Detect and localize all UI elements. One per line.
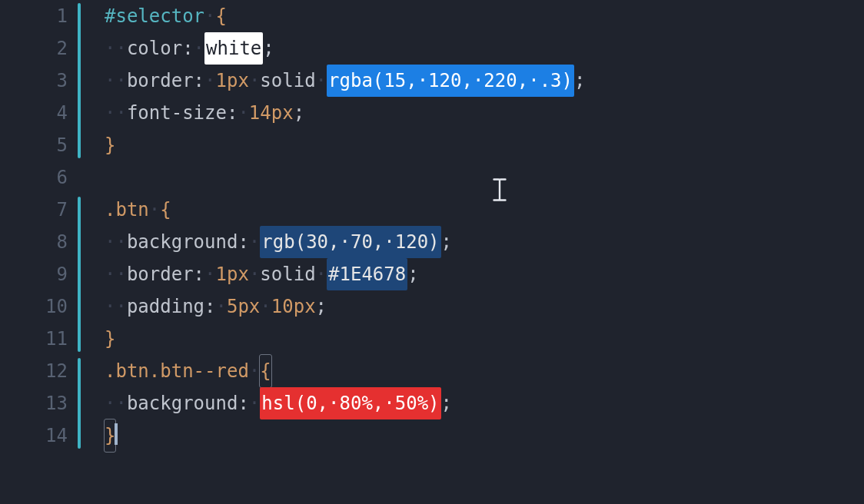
code-line[interactable]: ··border:·1px·solid·rgba(15,·120,·220,·.… xyxy=(83,65,864,97)
brace-open: { xyxy=(216,5,227,27)
whitespace-dot: · xyxy=(115,38,126,59)
number: 120 xyxy=(428,70,461,91)
code-line[interactable]: ··color:·white; xyxy=(83,32,864,65)
whitespace-dot: · xyxy=(105,264,115,285)
code-line[interactable]: .btn.btn--red·{ xyxy=(83,355,864,387)
whitespace-dot: · xyxy=(249,70,260,91)
code-line[interactable]: ··background:·rgb(30,·70,·120); xyxy=(83,226,864,258)
css-property: background xyxy=(127,393,238,414)
number: 120 xyxy=(395,231,428,253)
unit: px xyxy=(227,70,249,91)
css-class-selector: .btn xyxy=(105,360,149,382)
comma: , xyxy=(317,393,328,414)
color-swatch-white[interactable]: white xyxy=(204,32,263,65)
whitespace-dot: · xyxy=(115,102,126,124)
number: 80 xyxy=(339,393,361,414)
color-swatch-hex[interactable]: #1E4678 xyxy=(327,258,407,290)
colon: : xyxy=(194,264,204,285)
code-line[interactable]: .btn·{ xyxy=(83,194,864,226)
whitespace-dot: · xyxy=(194,38,204,59)
number: 220 xyxy=(484,70,517,91)
whitespace-dot: · xyxy=(115,393,126,414)
fold-region-marker[interactable] xyxy=(78,197,81,352)
hex-value: 1E4678 xyxy=(339,264,406,285)
whitespace-dot: · xyxy=(249,264,260,285)
number: 15 xyxy=(384,70,406,91)
colon: : xyxy=(238,231,248,253)
whitespace-dot: · xyxy=(384,393,394,414)
css-property: font-size xyxy=(127,102,227,124)
code-editor[interactable]: 1 2 3 4 5 6 7 8 9 10 11 12 13 14 #select… xyxy=(0,0,864,504)
number: 10 xyxy=(271,296,294,317)
colon: : xyxy=(238,393,248,414)
css-property: border xyxy=(127,70,194,91)
function-name: hsl xyxy=(261,393,294,414)
number: 5 xyxy=(227,296,238,317)
code-line[interactable]: ··font-size:·14px; xyxy=(83,97,864,129)
line-number: 11 xyxy=(0,323,77,355)
css-property: border xyxy=(127,264,194,285)
comma: , xyxy=(406,70,417,91)
line-number: 14 xyxy=(0,419,77,452)
line-number: 9 xyxy=(0,258,77,290)
unit: px xyxy=(271,102,294,124)
fold-region-marker[interactable] xyxy=(78,3,81,158)
whitespace-dot: · xyxy=(216,296,227,317)
brace-open: { xyxy=(160,199,171,220)
number: 70 xyxy=(351,231,373,253)
code-line[interactable]: } xyxy=(83,323,864,355)
colon: : xyxy=(182,38,193,59)
function-name: rgba xyxy=(328,70,373,91)
whitespace-dot: · xyxy=(115,296,126,317)
brace-close-matched: } xyxy=(105,419,115,452)
whitespace-dot: · xyxy=(238,102,248,124)
paren-close: ) xyxy=(428,393,439,414)
line-number: 12 xyxy=(0,355,77,387)
number: .3 xyxy=(540,70,562,91)
css-id-selector: #selector xyxy=(105,5,204,27)
whitespace-dot: · xyxy=(473,70,484,91)
text-cursor xyxy=(115,423,118,445)
line-number: 6 xyxy=(0,161,77,194)
semicolon: ; xyxy=(441,393,452,414)
whitespace-dot: · xyxy=(105,393,115,414)
color-value: white xyxy=(206,38,261,59)
fold-region-marker[interactable] xyxy=(78,358,81,449)
colon: : xyxy=(194,70,204,91)
color-swatch-hsl[interactable]: hsl(0,·80%,·50%) xyxy=(260,387,440,419)
semicolon: ; xyxy=(441,231,452,253)
keyword: solid xyxy=(260,70,315,91)
code-line[interactable]: } xyxy=(83,419,864,452)
semicolon: ; xyxy=(316,296,327,317)
percent: % xyxy=(417,393,428,414)
line-number-gutter: 1 2 3 4 5 6 7 8 9 10 11 12 13 14 xyxy=(0,0,77,504)
code-line[interactable] xyxy=(83,161,864,194)
code-line[interactable]: } xyxy=(83,129,864,161)
css-property: color xyxy=(127,38,182,59)
color-swatch-rgba[interactable]: rgba(15,·120,·220,·.3) xyxy=(327,65,574,97)
whitespace-dot: · xyxy=(105,38,115,59)
unit: px xyxy=(238,296,260,317)
line-number: 10 xyxy=(0,290,77,323)
comma: , xyxy=(461,70,472,91)
line-number: 2 xyxy=(0,32,77,65)
code-line[interactable]: ··border:·1px·solid·#1E4678; xyxy=(83,258,864,290)
code-line[interactable]: ··background:·hsl(0,·80%,·50%); xyxy=(83,387,864,419)
code-line[interactable]: ··padding:·5px·10px; xyxy=(83,290,864,323)
css-class-selector: .btn xyxy=(105,199,149,220)
css-class-selector: .btn--red xyxy=(149,360,249,382)
brace-close: } xyxy=(105,134,115,156)
whitespace-dot: · xyxy=(149,199,160,220)
code-area[interactable]: #selector·{ ··color:·white; ··border:·1p… xyxy=(83,0,864,504)
whitespace-dot: · xyxy=(384,231,394,253)
code-line[interactable]: #selector·{ xyxy=(83,0,864,32)
whitespace-dot: · xyxy=(105,296,115,317)
semicolon: ; xyxy=(294,102,304,124)
paren-close: ) xyxy=(562,70,573,91)
whitespace-dot: · xyxy=(528,70,539,91)
comma: , xyxy=(328,231,339,253)
line-number: 3 xyxy=(0,65,77,97)
fold-indicator-bar[interactable] xyxy=(77,0,83,504)
color-swatch-rgb[interactable]: rgb(30,·70,·120) xyxy=(260,226,440,258)
comma: , xyxy=(517,70,528,91)
